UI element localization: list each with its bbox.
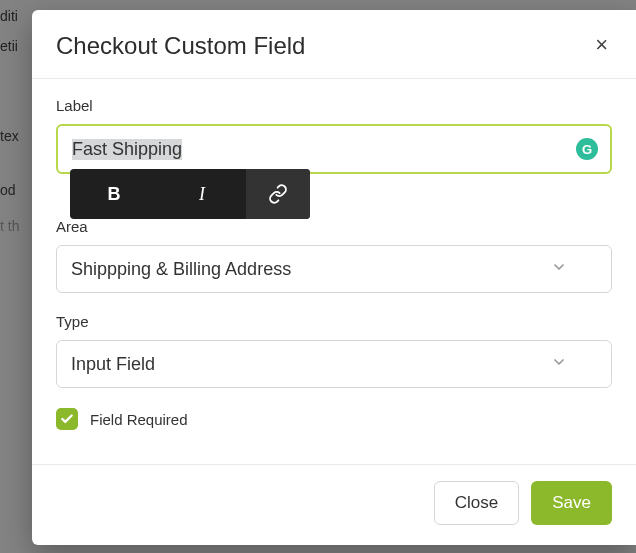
modal-footer: Close Save <box>32 464 636 545</box>
label-field-label: Label <box>56 97 612 114</box>
area-field-label: Area <box>56 218 612 235</box>
area-field-group: Area Shippping & Billing Address <box>56 218 612 293</box>
modal-header: Checkout Custom Field × <box>32 10 636 79</box>
area-select-value: Shippping & Billing Address <box>71 259 291 280</box>
check-icon <box>60 412 74 426</box>
label-input[interactable]: Fast Shipping G <box>56 124 612 174</box>
link-icon <box>268 184 288 204</box>
modal-body: Label Fast Shipping G B I Area Shippping <box>32 79 636 464</box>
grammarly-icon[interactable]: G <box>576 138 598 160</box>
close-button[interactable]: Close <box>434 481 519 525</box>
chevron-down-icon <box>551 354 567 375</box>
save-button[interactable]: Save <box>531 481 612 525</box>
checkout-custom-field-modal: Checkout Custom Field × Label Fast Shipp… <box>32 10 636 545</box>
close-icon[interactable]: × <box>591 32 612 58</box>
type-select-value: Input Field <box>71 354 155 375</box>
bold-button[interactable]: B <box>70 169 158 219</box>
type-field-group: Type Input Field <box>56 313 612 388</box>
field-required-checkbox[interactable] <box>56 408 78 430</box>
field-required-row: Field Required <box>56 408 612 430</box>
field-required-label: Field Required <box>90 411 188 428</box>
area-select[interactable]: Shippping & Billing Address <box>56 245 612 293</box>
type-field-label: Type <box>56 313 612 330</box>
format-toolbar: B I <box>70 169 310 219</box>
italic-button[interactable]: I <box>158 169 246 219</box>
label-input-value: Fast Shipping <box>72 139 182 160</box>
label-field-group: Label Fast Shipping G B I <box>56 97 612 174</box>
link-button[interactable] <box>246 169 310 219</box>
type-select[interactable]: Input Field <box>56 340 612 388</box>
chevron-down-icon <box>551 259 567 280</box>
modal-title: Checkout Custom Field <box>56 32 305 60</box>
